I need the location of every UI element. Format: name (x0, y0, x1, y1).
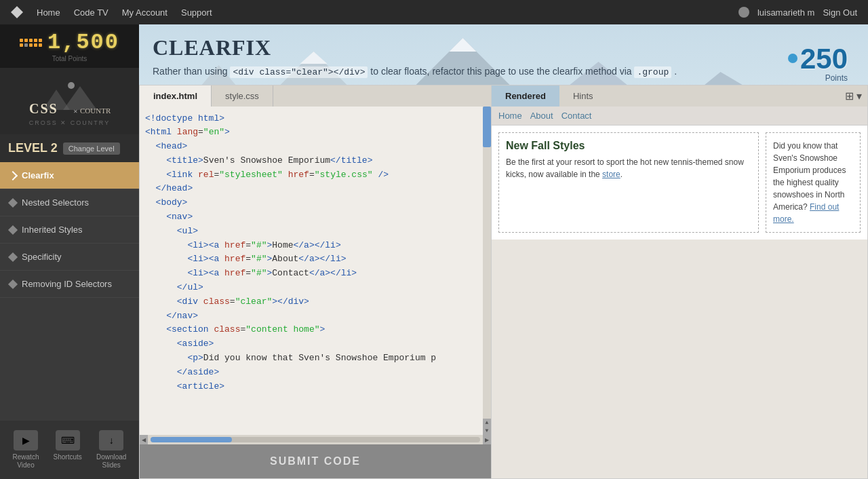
svg-text:✕: ✕ (73, 109, 78, 115)
lesson-title: CLEARFIX (153, 35, 854, 60)
code-line-12: <li><a href="#">Contact</a></li> (140, 267, 491, 281)
code-line-9: <ul> (140, 225, 491, 239)
nav-item-clearfix[interactable]: Clearfix (0, 162, 139, 189)
nav-myaccount-link[interactable]: My Account (122, 7, 167, 18)
nav-specificity-label: Specificity (22, 252, 62, 262)
nav-nested-label: Nested Selectors (22, 197, 89, 208)
preview-body-text: Be the first at your resort to sport the… (506, 156, 751, 180)
code-line-2: <html lang="en"> (140, 126, 491, 140)
top-navigation: Home Code TV My Account Support luisamar… (0, 0, 868, 24)
horizontal-scrollbar[interactable]: ◀ ▶ (140, 435, 491, 444)
svg-point-2 (68, 82, 75, 89)
nav-codetv-link[interactable]: Code TV (74, 7, 108, 18)
scroll-left-button[interactable]: ◀ (140, 435, 148, 444)
main-layout: 1,500 Total Points CSS ✕ COUNTRY CROSS ✕… (0, 24, 868, 479)
desc-text-3: . (674, 66, 677, 77)
nav-home-link[interactable]: Home (37, 7, 60, 18)
vertical-scrollbar[interactable]: ▲ ▼ (483, 107, 491, 436)
signout-link[interactable]: Sign Out (823, 7, 857, 18)
nav-item-inherited-styles[interactable]: Inherited Styles (0, 216, 139, 244)
svg-text:COUNTRY: COUNTRY (80, 107, 111, 115)
change-level-button[interactable]: Change Level (63, 142, 120, 155)
tab-index-html[interactable]: index.html (140, 85, 212, 107)
code-line-17: <aside> (140, 337, 491, 351)
level-label: LEVEL 2 (8, 141, 58, 155)
download-label: DownloadSlides (96, 453, 126, 470)
preview-nav: Home About Contact (492, 107, 867, 126)
code-editor[interactable]: <!doctype html> <html lang="en"> <head> … (140, 107, 491, 436)
code-line-14: <div class="clear"></div> (140, 295, 491, 309)
score-display: 1,500 Total Points (0, 24, 139, 68)
points-label: Points (788, 73, 848, 83)
keyboard-icon: ⌨ (56, 430, 80, 451)
scrollbar-thumb[interactable] (483, 107, 491, 147)
shortcuts-button[interactable]: ⌨ Shortcuts (54, 430, 82, 470)
level-bar: LEVEL 2 Change Level (0, 134, 139, 162)
preview-find-out-link[interactable]: Find out more. (773, 202, 839, 224)
preview-tabs: Rendered Hints ⊞ ▾ (492, 85, 867, 107)
content-header: CLEARFIX Rather than using <div class="c… (139, 24, 868, 85)
points-badge: 250 Points (788, 45, 848, 83)
download-slides-button[interactable]: ↓ DownloadSlides (96, 430, 126, 470)
preview-main-section: New Fall Styles Be the first at your res… (498, 132, 759, 233)
preview-aside-text: Did you know that Sven's Snowshoe Empori… (773, 140, 853, 225)
nav-support-link[interactable]: Support (181, 7, 212, 18)
preview-pane: Rendered Hints ⊞ ▾ Home About Contact N (492, 85, 868, 480)
code-line-6: </head> (140, 182, 491, 196)
code-line-16: <section class="content home"> (140, 323, 491, 337)
desc-text-1: Rather than using (153, 66, 230, 77)
preview-inner: Home About Contact New Fall Styles Be th… (492, 107, 867, 240)
h-scroll-track (151, 437, 480, 442)
tab-style-css[interactable]: style.css (212, 85, 273, 107)
nav-item-removing-id-selectors[interactable]: Removing ID Selectors (0, 271, 139, 298)
content-area: 250 Points CLEARFIX Rather than using <d… (139, 24, 868, 479)
scrollbar-arrows: ▲ ▼ (483, 419, 491, 435)
points-number: 250 (800, 45, 848, 73)
username-label: luisamarieth m (757, 7, 815, 18)
nav-removing-id-label: Removing ID Selectors (22, 279, 112, 289)
tab-hints[interactable]: Hints (559, 85, 607, 107)
code-line-19: </aside> (140, 366, 491, 380)
preview-nav-about[interactable]: About (530, 111, 553, 121)
code-line-3: <head> (140, 140, 491, 154)
h-scroll-thumb[interactable] (151, 437, 232, 442)
shortcuts-label: Shortcuts (54, 453, 82, 461)
nav-items-list: Clearfix Nested Selectors Inherited Styl… (0, 162, 139, 298)
scroll-up-button[interactable]: ▲ (483, 419, 491, 427)
brand-subtitle: CROSS ✕ COUNTRY (8, 119, 131, 126)
code-line-1: <!doctype html> (140, 112, 491, 126)
toggle-preview-button[interactable]: ⊞ ▾ (840, 87, 867, 105)
nav-diamond-icon (8, 225, 18, 234)
points-dot-icon (788, 54, 797, 63)
code-line-20: <article> (140, 380, 491, 394)
desc-code-1: <div class="clear"></div> (230, 66, 368, 78)
rewatch-video-button[interactable]: ▶ RewatchVideo (13, 430, 39, 470)
user-avatar-icon (738, 7, 749, 18)
code-pane: index.html style.css <!doctype html> <ht… (139, 85, 492, 480)
preview-text-1: Be the first at your resort to sport the… (506, 157, 744, 179)
nav-arrow-icon (8, 170, 18, 180)
submit-code-button[interactable]: SUBMIT CODE (140, 444, 491, 478)
svg-text:CSS: CSS (29, 101, 58, 116)
desc-code-2: .group (634, 66, 671, 78)
code-line-4: <title>Sven's Snowshoe Emporium</title> (140, 154, 491, 168)
tab-rendered[interactable]: Rendered (492, 85, 559, 107)
preview-store-link[interactable]: store (602, 170, 620, 179)
preview-heading: New Fall Styles (506, 140, 751, 152)
scroll-down-button[interactable]: ▼ (483, 427, 491, 435)
code-line-13: </ul> (140, 281, 491, 295)
nav-item-nested-selectors[interactable]: Nested Selectors (0, 189, 139, 216)
code-line-7: <body> (140, 196, 491, 210)
play-icon: ▶ (14, 430, 38, 451)
nav-clearfix-label: Clearfix (22, 170, 54, 180)
rewatch-label: RewatchVideo (13, 453, 39, 470)
code-line-15: </nav> (140, 309, 491, 324)
preview-nav-home[interactable]: Home (498, 111, 522, 121)
preview-nav-contact[interactable]: Contact (561, 111, 592, 121)
brand-logo: CSS ✕ COUNTRY CROSS ✕ COUNTRY (0, 68, 139, 134)
scroll-right-button[interactable]: ▶ (483, 435, 491, 444)
editor-area: index.html style.css <!doctype html> <ht… (139, 85, 868, 480)
code-line-5: <link rel="stylesheet" href="style.css" … (140, 168, 491, 183)
nav-item-specificity[interactable]: Specificity (0, 244, 139, 271)
css-cross-country-logo-svg: CSS ✕ COUNTRY (29, 76, 111, 117)
